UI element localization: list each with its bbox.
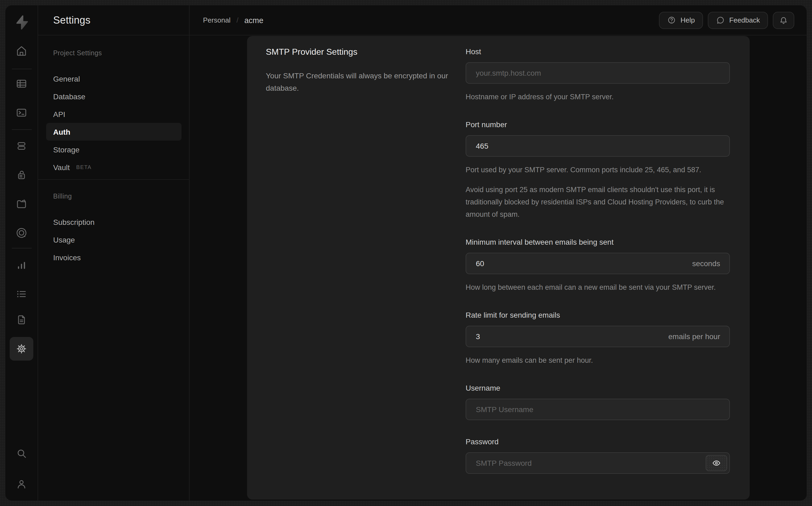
- topbar-actions: Help Feedback: [659, 11, 794, 29]
- field-rate-limit: Rate limit for sending emails emails per…: [466, 310, 730, 366]
- username-input[interactable]: [466, 399, 730, 420]
- breadcrumb-separator: /: [236, 16, 238, 24]
- reveal-password-button[interactable]: [706, 455, 727, 471]
- port-label: Port number: [466, 120, 730, 129]
- min-interval-input[interactable]: [466, 253, 730, 274]
- nav-item-usage[interactable]: Usage: [38, 231, 189, 248]
- host-input[interactable]: [466, 62, 730, 84]
- stage: Settings Project Settings General Databa…: [0, 0, 812, 506]
- main-area: Personal / acme Help Fe: [190, 5, 807, 501]
- port-input[interactable]: [466, 135, 730, 157]
- rail-item-docs[interactable]: [11, 309, 32, 331]
- breadcrumb-org[interactable]: Personal: [203, 16, 231, 24]
- rail-item-home[interactable]: [11, 40, 32, 62]
- notifications-button[interactable]: [773, 11, 794, 29]
- breadcrumb-project[interactable]: acme: [244, 16, 264, 24]
- search-icon: [16, 447, 27, 459]
- feedback-button[interactable]: Feedback: [708, 11, 768, 29]
- min-interval-label: Minimum interval between emails being se…: [466, 237, 730, 247]
- lock-icon: [16, 169, 27, 181]
- rail-item-settings[interactable]: [10, 337, 33, 360]
- beta-badge: BETA: [76, 164, 91, 170]
- bolt-icon: [13, 14, 29, 30]
- host-help: Hostname or IP address of your SMTP serv…: [466, 91, 730, 103]
- nav-item-general[interactable]: General: [38, 70, 189, 87]
- breadcrumb: Personal / acme: [203, 16, 264, 24]
- username-label: Username: [466, 383, 730, 393]
- content-area: SMTP Provider Settings Your SMTP Credent…: [190, 35, 807, 501]
- field-min-interval: Minimum interval between emails being se…: [466, 237, 730, 293]
- smtp-settings-form: Host Hostname or IP address of your SMTP…: [466, 46, 730, 500]
- rail-divider: [12, 248, 32, 248]
- topbar: Personal / acme Help Fe: [190, 5, 807, 35]
- nav-item-api[interactable]: API: [38, 105, 189, 123]
- password-label: Password: [466, 437, 730, 446]
- table-icon: [16, 78, 27, 90]
- field-password: Password: [466, 437, 730, 474]
- eye-icon: [712, 458, 721, 468]
- smtp-settings-card: SMTP Provider Settings Your SMTP Credent…: [247, 36, 750, 500]
- rate-limit-help: How many emails can be sent per hour.: [466, 354, 730, 366]
- app-frame: Settings Project Settings General Databa…: [5, 5, 807, 501]
- field-host: Host Hostname or IP address of your SMTP…: [466, 47, 730, 103]
- bell-icon: [779, 15, 788, 25]
- min-interval-help: How long between each email can a new em…: [466, 281, 730, 293]
- nav-item-subscription[interactable]: Subscription: [38, 213, 189, 231]
- database-icon: [16, 140, 27, 152]
- nav-item-storage[interactable]: Storage: [38, 141, 189, 158]
- rail-item-table-editor[interactable]: [11, 73, 32, 94]
- terminal-icon: [16, 107, 27, 118]
- rail-item-search[interactable]: [11, 443, 32, 464]
- gear-icon: [16, 343, 27, 355]
- panel-description: Your SMTP Credentials will always be enc…: [266, 70, 455, 94]
- nav-header: Settings: [38, 5, 189, 35]
- rail-item-logs[interactable]: [11, 283, 32, 305]
- nav-section-billing: Billing: [38, 193, 189, 200]
- nav-item-vault[interactable]: Vault BETA: [38, 158, 189, 176]
- rail-item-edge-functions[interactable]: [11, 222, 32, 244]
- file-icon: [16, 314, 27, 326]
- orbit-icon: [16, 227, 27, 239]
- rail-item-user[interactable]: [11, 473, 32, 495]
- rail-divider: [12, 129, 32, 130]
- nav-divider: [38, 179, 189, 180]
- rate-limit-label: Rate limit for sending emails: [466, 310, 730, 320]
- rail-item-database[interactable]: [11, 135, 32, 157]
- rail-item-sql-editor[interactable]: [11, 102, 32, 123]
- nav-item-database[interactable]: Database: [38, 87, 189, 105]
- settings-nav: Settings Project Settings General Databa…: [38, 5, 190, 501]
- bar-chart-icon: [16, 259, 27, 271]
- rail-item-reports[interactable]: [11, 254, 32, 276]
- rail-item-auth[interactable]: [11, 164, 32, 186]
- port-help-2: Avoid using port 25 as modern SMTP email…: [466, 183, 730, 221]
- help-circle-icon: [667, 15, 676, 25]
- nav-title: Settings: [53, 14, 90, 26]
- user-icon: [16, 478, 27, 490]
- field-username: Username: [466, 383, 730, 420]
- list-icon: [16, 288, 27, 300]
- port-help-1: Port used by your SMTP server. Common po…: [466, 164, 730, 176]
- help-button[interactable]: Help: [659, 11, 703, 29]
- password-input[interactable]: [466, 452, 730, 474]
- home-icon: [16, 45, 27, 57]
- rail-divider: [12, 69, 32, 69]
- field-port: Port number Port used by your SMTP serve…: [466, 120, 730, 221]
- icon-rail: [5, 5, 38, 501]
- folder-icon: [16, 198, 27, 210]
- nav-item-auth[interactable]: Auth: [46, 123, 181, 141]
- rate-limit-input[interactable]: [466, 326, 730, 347]
- nav-item-invoices[interactable]: Invoices: [38, 248, 189, 266]
- panel-title: SMTP Provider Settings: [266, 46, 455, 58]
- supabase-logo-icon[interactable]: [12, 13, 30, 32]
- nav-section-project-settings: Project Settings: [38, 50, 189, 57]
- speech-bubble-icon: [716, 15, 725, 25]
- rail-item-storage[interactable]: [11, 193, 32, 215]
- nav-body: Project Settings General Database API Au…: [38, 35, 189, 266]
- smtp-settings-intro: SMTP Provider Settings Your SMTP Credent…: [266, 46, 466, 500]
- host-label: Host: [466, 47, 730, 56]
